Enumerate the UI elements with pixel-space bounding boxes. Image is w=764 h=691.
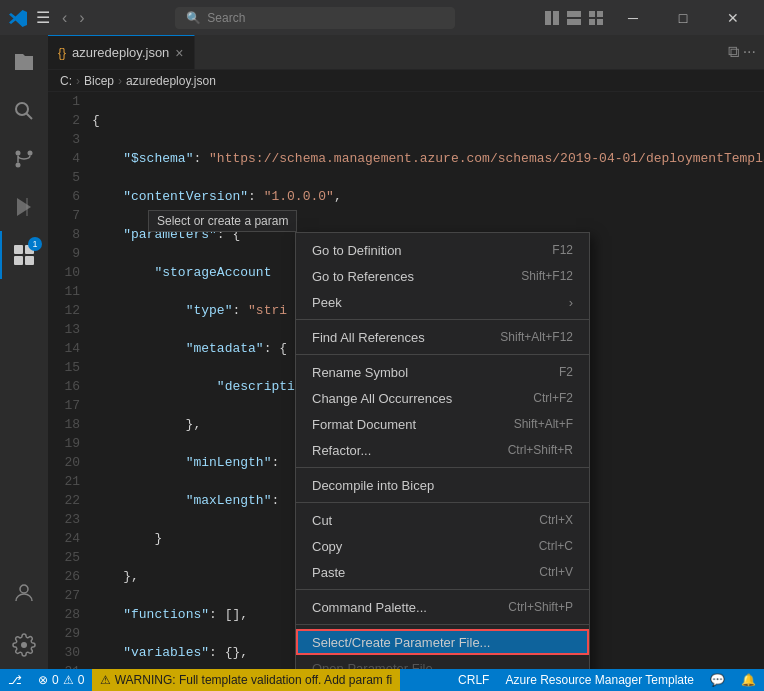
menu-shortcut: Ctrl+Shift+P [508,600,573,614]
menu-refactor[interactable]: Refactor... Ctrl+Shift+R [296,437,589,463]
editor-area: {} azuredeploy.json × ⧉ ··· C: › Bicep ›… [48,35,764,669]
svg-point-8 [16,103,28,115]
menu-item-label: Open Parameter File [312,661,433,670]
language-label: Azure Resource Manager Template [505,673,694,687]
line-numbers: 1 2 3 4 5 6 7 8 9 10 11 12 13 14 15 16 1… [48,92,88,669]
search-input[interactable]: 🔍 Search [175,7,455,29]
layout-icon-2[interactable] [566,10,582,26]
activity-item-search[interactable] [0,87,48,135]
back-button[interactable]: ‹ [58,7,71,29]
status-left: ⎇ ⊗ 0 ⚠ 0 ⚠ WARNING: Full template valid… [0,669,400,691]
menu-go-to-definition[interactable]: Go to Definition F12 [296,237,589,263]
tab-bar: {} azuredeploy.json × ⧉ ··· [48,35,764,70]
status-bar: ⎇ ⊗ 0 ⚠ 0 ⚠ WARNING: Full template valid… [0,669,764,691]
split-editor-button[interactable]: ⧉ [728,43,739,61]
line-num-7: 7 [48,206,80,225]
menu-shortcut: Shift+Alt+F12 [500,330,573,344]
status-encoding[interactable]: CRLF [450,669,497,691]
search-label: Search [207,11,245,25]
activity-item-settings[interactable] [0,621,48,669]
line-num-8: 8 [48,225,80,244]
menu-peek[interactable]: Peek › [296,289,589,315]
menu-paste[interactable]: Paste Ctrl+V [296,559,589,585]
layout-icon-3[interactable] [588,10,604,26]
activity-item-run[interactable] [0,183,48,231]
breadcrumb-file[interactable]: azuredeploy.json [126,74,216,88]
line-num-26: 26 [48,567,80,586]
line-num-30: 30 [48,643,80,662]
minimize-button[interactable]: ─ [610,0,656,35]
breadcrumb-folder[interactable]: Bicep [84,74,114,88]
tab-close-button[interactable]: × [175,45,183,61]
tab-azuredeploy[interactable]: {} azuredeploy.json × [48,35,195,69]
more-actions-button[interactable]: ··· [743,43,756,61]
activity-item-extensions[interactable]: 1 [0,231,48,279]
menu-change-all-occurrences[interactable]: Change All Occurrences Ctrl+F2 [296,385,589,411]
editor-body[interactable]: 1 2 3 4 5 6 7 8 9 10 11 12 13 14 15 16 1… [48,92,764,669]
menu-shortcut: Ctrl+V [539,565,573,579]
status-git-branch[interactable]: ⎇ [0,669,30,691]
menu-select-create-parameter[interactable]: Select/Create Parameter File... [296,629,589,655]
layout-icon-1[interactable] [544,10,560,26]
title-bar-left: ☰ ‹ › [8,7,89,29]
main-layout: 1 {} azuredeploy.json × ⧉ ··· C: › Bice [0,35,764,669]
activity-item-explorer[interactable] [0,39,48,87]
menu-format-document[interactable]: Format Document Shift+Alt+F [296,411,589,437]
menu-open-parameter-file: Open Parameter File [296,655,589,669]
hamburger-menu-icon[interactable]: ☰ [36,8,50,27]
layout-icons [542,8,606,28]
search-bar: 🔍 Search [97,7,534,29]
status-notifications[interactable]: 🔔 [733,669,764,691]
menu-shortcut: Ctrl+F2 [533,391,573,405]
error-count: 0 [52,673,59,687]
line-num-17: 17 [48,396,80,415]
forward-button[interactable]: › [75,7,88,29]
menu-command-palette[interactable]: Command Palette... Ctrl+Shift+P [296,594,589,620]
menu-item-label: Paste [312,565,345,580]
menu-separator-2 [296,354,589,355]
svg-point-19 [20,585,28,593]
code-line-2: "$schema": "https://schema.management.az… [92,149,764,168]
menu-shortcut: Ctrl+Shift+R [508,443,573,457]
activity-item-source-control[interactable] [0,135,48,183]
svg-rect-17 [14,256,23,265]
menu-separator-6 [296,624,589,625]
close-button[interactable]: ✕ [710,0,756,35]
status-errors[interactable]: ⊗ 0 ⚠ 0 [30,669,92,691]
context-menu: Go to Definition F12 Go to References Sh… [295,232,590,669]
nav-buttons: ‹ › [58,7,89,29]
svg-point-12 [28,151,33,156]
line-num-5: 5 [48,168,80,187]
line-num-2: 2 [48,111,80,130]
line-num-9: 9 [48,244,80,263]
breadcrumb: C: › Bicep › azuredeploy.json [48,70,764,92]
svg-rect-0 [545,11,551,25]
status-language[interactable]: Azure Resource Manager Template [497,669,702,691]
menu-find-all-references[interactable]: Find All References Shift+Alt+F12 [296,324,589,350]
breadcrumb-root[interactable]: C: [60,74,72,88]
menu-rename-symbol[interactable]: Rename Symbol F2 [296,359,589,385]
restore-button[interactable]: □ [660,0,706,35]
line-num-6: 6 [48,187,80,206]
menu-copy[interactable]: Copy Ctrl+C [296,533,589,559]
title-bar: ☰ ‹ › 🔍 Search ─ □ ✕ [0,0,764,35]
line-num-13: 13 [48,320,80,339]
menu-go-to-references[interactable]: Go to References Shift+F12 [296,263,589,289]
line-num-31: 31 [48,662,80,669]
svg-rect-2 [567,11,581,17]
activity-item-account[interactable] [0,569,48,617]
status-warning-message[interactable]: ⚠ WARNING: Full template validation off.… [92,669,400,691]
menu-item-label: Decompile into Bicep [312,478,434,493]
title-bar-right: ─ □ ✕ [542,0,756,35]
menu-separator-1 [296,319,589,320]
svg-rect-3 [567,19,581,25]
menu-decompile-bicep[interactable]: Decompile into Bicep [296,472,589,498]
tab-file-icon: {} [58,46,66,60]
status-feedback[interactable]: 💬 [702,669,733,691]
line-num-24: 24 [48,529,80,548]
code-line-3: "contentVersion": "1.0.0.0", [92,187,764,206]
line-num-14: 14 [48,339,80,358]
menu-item-label: Change All Occurrences [312,391,452,406]
line-num-23: 23 [48,510,80,529]
menu-cut[interactable]: Cut Ctrl+X [296,507,589,533]
